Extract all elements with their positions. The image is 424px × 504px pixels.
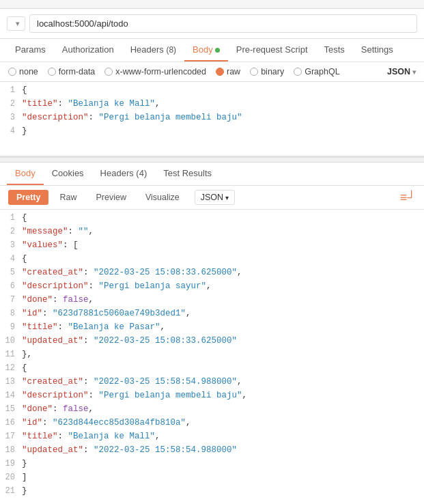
request-tab-params[interactable]: Params [7,39,54,61]
radio-icon [48,68,56,76]
resp-code-line: 20 ] [0,472,424,486]
radio-icon [294,68,302,76]
resp-code-line: 15 "done": false, [0,404,424,417]
response-format-bar: PrettyRawPreviewVisualizeJSON▾≡┘ [0,186,424,210]
resp-code-line: 9 "title": "Belanja ke Pasar", [0,322,424,335]
request-tab-body[interactable]: Body [184,39,228,61]
body-type-GraphQL[interactable]: GraphQL [294,67,339,76]
body-type-form-data[interactable]: form-data [48,67,96,76]
code-line: 1{ [0,85,424,98]
request-tab-settings[interactable]: Settings [353,39,401,61]
resp-code-line: 16 "id": "623d844ecc85d308a4fb810a", [0,417,424,431]
code-line: 2 "title": "Belanja ke Mall", [0,98,424,112]
resp-code-line: 12 { [0,363,424,376]
radio-icon [104,68,113,76]
response-tab-cookies[interactable]: Cookies [44,163,92,185]
chevron-down-icon: ▾ [16,20,19,27]
resp-code-line: 11 }, [0,349,424,363]
response-tab-test-results[interactable]: Test Results [155,163,220,185]
response-tab-bar: BodyCookiesHeaders (4)Test Results [0,163,424,186]
response-json-dropdown[interactable]: JSON▾ [195,190,235,205]
resp-code-line: 8 "id": "623d7881c5060ae749b3ded1", [0,308,424,322]
resp-code-line: 17 "title": "Belanja ke Mall", [0,431,424,445]
title-bar [0,0,424,9]
resp-code-line: 4 { [0,253,424,267]
body-type-binary[interactable]: binary [250,67,284,76]
radio-icon [250,68,258,76]
body-type-raw[interactable]: raw [216,67,240,76]
body-type-x-www-form-urlencoded[interactable]: x-www-form-urlencoded [104,67,206,76]
url-input[interactable] [29,14,417,33]
response-body: 1{2 "message": "",3 "values": [4 {5 "cre… [0,210,424,502]
resp-code-line: 10 "updated_at": "2022-03-25 15:08:33.62… [0,335,424,349]
code-line: 3 "description": "Pergi belanja membeli … [0,112,424,126]
url-bar: ▾ [0,9,424,39]
request-tab-pre-request-script[interactable]: Pre-request Script [228,39,316,61]
request-tab-authorization[interactable]: Authorization [54,39,122,61]
request-body-editor[interactable]: 1{2 "title": "Belanja ke Mall",3 "descri… [0,82,424,157]
resp-code-line: 14 "description": "Pergi belanja membeli… [0,390,424,404]
resp-code-line: 2 "message": "", [0,226,424,240]
resp-code-line: 18 "updated_at": "2022-03-25 15:58:54.98… [0,445,424,458]
method-dropdown[interactable]: ▾ [7,16,25,31]
section-divider [0,157,424,163]
response-tab-body[interactable]: Body [7,163,44,185]
resp-code-line: 21} [0,486,424,499]
radio-icon [216,68,224,76]
request-tab-bar: ParamsAuthorizationHeaders (8)BodyPre-re… [0,39,424,62]
resp-code-line: 1{ [0,212,424,226]
response-tab-headers--4-[interactable]: Headers (4) [92,163,156,185]
resp-code-line: 19 } [0,458,424,472]
request-tab-tests[interactable]: Tests [316,39,353,61]
json-format-dropdown[interactable]: JSON▾ [387,67,416,76]
body-type-bar: noneform-datax-www-form-urlencodedrawbin… [0,62,424,82]
radio-icon [8,68,16,76]
resp-code-line: 13 "created_at": "2022-03-25 15:58:54.98… [0,376,424,390]
resp-code-line: 3 "values": [ [0,240,424,253]
request-tab-headers[interactable]: Headers (8) [122,39,184,61]
resp-code-line: 6 "description": "Pergi belanja sayur", [0,281,424,294]
code-line: 4} [0,126,424,139]
filter-icon[interactable]: ≡┘ [400,191,416,205]
format-btn-visualize[interactable]: Visualize [137,190,188,205]
resp-code-line: 7 "done": false, [0,294,424,308]
format-btn-preview[interactable]: Preview [87,190,134,205]
format-btn-raw[interactable]: Raw [51,190,85,205]
format-btn-pretty[interactable]: Pretty [8,190,48,205]
body-type-none[interactable]: none [8,67,38,76]
resp-code-line: 5 "created_at": "2022-03-25 15:08:33.625… [0,267,424,281]
